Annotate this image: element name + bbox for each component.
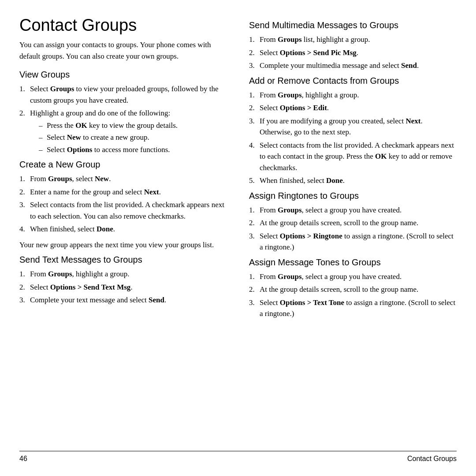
assign-message-tones-list: 1. From Groups, select a group you have … <box>249 271 457 320</box>
section-view-groups: View Groups 1. Select Groups to view you… <box>19 70 227 155</box>
footer-section-name: Contact Groups <box>407 455 457 463</box>
page: Contact Groups You can assign your conta… <box>0 0 476 476</box>
send-multimedia-list: 1. From Groups list, highlight a group. … <box>249 34 457 71</box>
list-item: 3. Select Options > Text Tone to assign … <box>249 297 457 320</box>
list-item: 2. Select Options > Edit. <box>249 102 457 114</box>
section-title-assign-ringtones: Assign Ringtones to Groups <box>249 191 457 201</box>
intro-text: You can assign your contacts to groups. … <box>19 39 227 62</box>
list-item: 3. Complete your multimedia message and … <box>249 60 457 71</box>
list-item: 2. At the group details screen, scroll t… <box>249 217 457 229</box>
content-area: Contact Groups You can assign your conta… <box>19 16 457 451</box>
list-item: 2. Select Options > Send Pic Msg. <box>249 47 457 59</box>
list-item: 4. Select contacts from the list provide… <box>249 140 457 174</box>
section-send-multimedia: Send Multimedia Messages to Groups 1. Fr… <box>249 20 457 71</box>
section-title-add-remove: Add or Remove Contacts from Groups <box>249 76 457 86</box>
list-item: 1. From Groups, select a group you have … <box>249 271 457 283</box>
list-item: 4. When finished, select Done. <box>19 223 227 235</box>
footer: 46 Contact Groups <box>19 451 457 463</box>
list-item: 3. Complete your text message and select… <box>19 294 227 306</box>
assign-ringtones-list: 1. From Groups, select a group you have … <box>249 205 457 253</box>
list-item: Select Options to access more functions. <box>39 144 227 156</box>
section-title-view-groups: View Groups <box>19 70 227 80</box>
section-add-remove: Add or Remove Contacts from Groups 1. Fr… <box>249 76 457 186</box>
list-item: 2. At the group details screen, scroll t… <box>249 284 457 295</box>
section-create-group: Create a New Group 1. From Groups, selec… <box>19 160 227 250</box>
list-item: 3. If you are modifying a group you crea… <box>249 115 457 138</box>
list-item: 3. Select contacts from the list provide… <box>19 199 227 222</box>
right-column: Send Multimedia Messages to Groups 1. Fr… <box>245 16 457 451</box>
list-item: 1. From Groups, highlight a group. <box>249 89 457 101</box>
view-groups-list: 1. Select Groups to view your preloaded … <box>19 83 227 155</box>
create-group-list: 1. From Groups, select New. 2. Enter a n… <box>19 173 227 235</box>
list-item: 2. Highlight a group and do one of the f… <box>19 108 227 155</box>
create-group-note: Your new group appears the next time you… <box>19 239 227 251</box>
left-column: Contact Groups You can assign your conta… <box>19 16 231 451</box>
section-title-assign-message-tones: Assign Message Tones to Groups <box>249 257 457 268</box>
list-item: 1. From Groups, select New. <box>19 173 227 185</box>
section-assign-ringtones: Assign Ringtones to Groups 1. From Group… <box>249 191 457 253</box>
list-item: Select New to create a new group. <box>39 132 227 143</box>
send-text-list: 1. From Groups, highlight a group. 2. Se… <box>19 268 227 306</box>
list-item: 1. From Groups list, highlight a group. <box>249 34 457 45</box>
page-title: Contact Groups <box>19 16 227 35</box>
section-assign-message-tones: Assign Message Tones to Groups 1. From G… <box>249 257 457 320</box>
list-item: Press the OK key to view the group detai… <box>39 120 227 131</box>
list-item: 5. When finished, select Done. <box>249 175 457 186</box>
footer-page-number: 46 <box>19 455 27 463</box>
list-item: 3. Select Options > Ringtone to assign a… <box>249 231 457 253</box>
add-remove-list: 1. From Groups, highlight a group. 2. Se… <box>249 89 457 186</box>
section-title-send-text: Send Text Messages to Groups <box>19 255 227 265</box>
list-item: 1. Select Groups to view your preloaded … <box>19 83 227 106</box>
list-item: 2. Select Options > Send Text Msg. <box>19 282 227 293</box>
list-item: 2. Enter a name for the group and select… <box>19 186 227 198</box>
section-title-send-multimedia: Send Multimedia Messages to Groups <box>249 20 457 30</box>
sub-list: Press the OK key to view the group detai… <box>30 120 227 156</box>
section-title-create-group: Create a New Group <box>19 160 227 170</box>
list-item: 1. From Groups, select a group you have … <box>249 205 457 216</box>
section-send-text: Send Text Messages to Groups 1. From Gro… <box>19 255 227 306</box>
list-item: 1. From Groups, highlight a group. <box>19 268 227 280</box>
